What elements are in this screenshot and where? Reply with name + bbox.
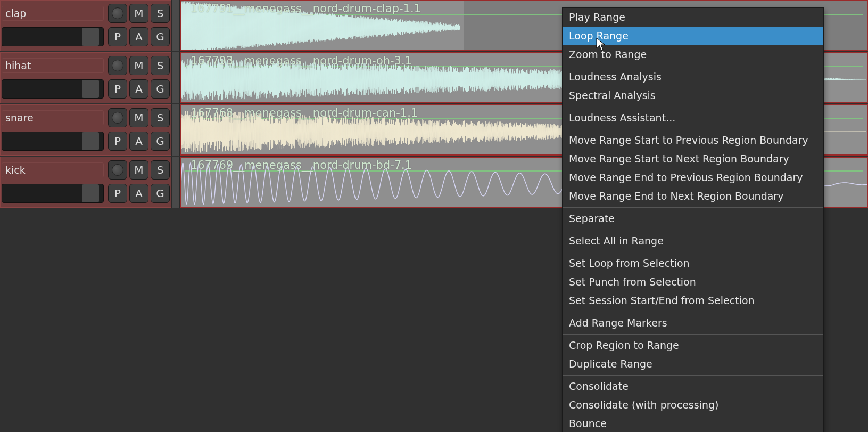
playlist-button[interactable]: P	[108, 27, 127, 46]
range-context-menu[interactable]: Play RangeLoop RangeZoom to RangeLoudnes…	[562, 7, 824, 432]
menu-item[interactable]: Crop Region to Range	[563, 336, 823, 355]
track-fader[interactable]	[2, 79, 104, 99]
record-icon	[112, 164, 123, 176]
menu-item[interactable]: Set Session Start/End from Selection	[563, 291, 823, 310]
fader-handle[interactable]	[82, 28, 99, 46]
region-label: 167768__menegass__nord-drum-can-1.1	[191, 107, 418, 119]
track-resize-grip[interactable]	[171, 0, 180, 51]
group-button[interactable]: G	[151, 79, 170, 99]
region-label: 167793__menegass__nord-drum-oh-3.1	[191, 54, 412, 67]
playlist-button[interactable]: P	[108, 184, 127, 203]
menu-separator	[563, 252, 823, 252]
menu-item[interactable]: Duplicate Range	[563, 355, 823, 373]
menu-item[interactable]: Bounce	[563, 414, 823, 432]
track-header[interactable]: clap M S P A G	[0, 0, 171, 51]
menu-item[interactable]: Move Range Start to Next Region Boundary	[563, 150, 823, 168]
track-fader[interactable]	[2, 27, 104, 46]
record-icon	[112, 60, 123, 71]
automation-button[interactable]: A	[129, 184, 148, 203]
record-arm-button[interactable]	[108, 56, 127, 75]
menu-item[interactable]: Move Range Start to Previous Region Boun…	[563, 131, 823, 150]
track-header[interactable]: snare M S P A G	[0, 104, 171, 156]
menu-item[interactable]: Move Range End to Next Region Boundary	[563, 187, 823, 206]
mute-button[interactable]: M	[129, 56, 148, 75]
menu-separator	[563, 66, 823, 66]
automation-button[interactable]: A	[129, 27, 148, 46]
fader-handle[interactable]	[82, 80, 99, 98]
menu-item[interactable]: Consolidate (with processing)	[563, 396, 823, 414]
menu-item[interactable]: Loop Range	[563, 27, 823, 45]
solo-button[interactable]: S	[151, 160, 170, 180]
menu-separator	[563, 334, 823, 335]
group-button[interactable]: G	[151, 132, 170, 151]
menu-item[interactable]: Move Range End to Previous Region Bounda…	[563, 168, 823, 187]
track-header[interactable]: hihat M S P A G	[0, 52, 171, 103]
menu-separator	[563, 375, 823, 376]
track-name-field[interactable]: kick	[2, 162, 104, 177]
menu-item[interactable]: Set Punch from Selection	[563, 273, 823, 291]
track-name-field[interactable]: hihat	[2, 58, 104, 73]
mute-button[interactable]: M	[129, 108, 148, 127]
track-header[interactable]: kick M S P A G	[0, 157, 171, 208]
menu-item[interactable]: Loudness Analysis	[563, 68, 823, 86]
menu-item[interactable]: Play Range	[563, 8, 823, 27]
menu-separator	[563, 207, 823, 208]
record-arm-button[interactable]	[108, 160, 127, 180]
fader-handle[interactable]	[82, 132, 99, 150]
menu-separator	[563, 129, 823, 129]
track-resize-grip[interactable]	[171, 104, 180, 156]
fader-handle[interactable]	[82, 184, 99, 202]
automation-button[interactable]: A	[129, 132, 148, 151]
group-button[interactable]: G	[151, 184, 170, 203]
menu-item[interactable]: Separate	[563, 209, 823, 228]
record-arm-button[interactable]	[108, 108, 127, 127]
track-name-field[interactable]: clap	[2, 6, 104, 21]
solo-button[interactable]: S	[151, 4, 170, 23]
menu-separator	[563, 312, 823, 312]
menu-separator	[563, 230, 823, 230]
region-label: 167769__menegass__nord-drum-bd-7.1	[191, 159, 412, 172]
menu-item[interactable]: Add Range Markers	[563, 314, 823, 332]
menu-item[interactable]: Loudness Assistant...	[563, 109, 823, 127]
track-resize-grip[interactable]	[171, 157, 180, 208]
record-icon	[112, 7, 123, 19]
menu-item[interactable]: Consolidate	[563, 377, 823, 396]
menu-item[interactable]: Set Loop from Selection	[563, 254, 823, 273]
region-label: 167791__menegass__nord-drum-clap-1.1	[191, 2, 421, 15]
mute-button[interactable]: M	[129, 4, 148, 23]
solo-button[interactable]: S	[151, 56, 170, 75]
track-name-field[interactable]: snare	[2, 110, 104, 125]
track-fader[interactable]	[2, 184, 104, 203]
track-resize-grip[interactable]	[171, 52, 180, 103]
playlist-button[interactable]: P	[108, 132, 127, 151]
record-arm-button[interactable]	[108, 4, 127, 23]
menu-item[interactable]: Select All in Range	[563, 232, 823, 250]
mute-button[interactable]: M	[129, 160, 148, 180]
menu-item[interactable]: Spectral Analysis	[563, 86, 823, 105]
menu-separator	[563, 107, 823, 107]
record-icon	[112, 112, 123, 124]
menu-item[interactable]: Zoom to Range	[563, 45, 823, 64]
solo-button[interactable]: S	[151, 108, 170, 127]
automation-button[interactable]: A	[129, 79, 148, 99]
track-fader[interactable]	[2, 132, 104, 151]
group-button[interactable]: G	[151, 27, 170, 46]
playlist-button[interactable]: P	[108, 79, 127, 99]
